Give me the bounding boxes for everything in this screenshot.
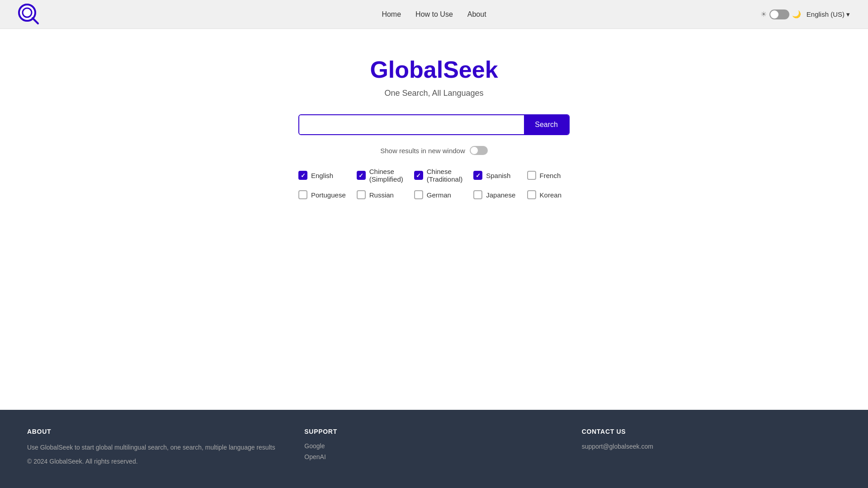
checkbox-chinese_traditional[interactable]: [414, 171, 423, 180]
lang-label-chinese_simplified: Chinese (Simplified): [369, 168, 403, 183]
checkbox-german[interactable]: [414, 190, 423, 199]
footer-support: SUPPORT GoogleOpenAI: [304, 428, 563, 470]
lang-option-german[interactable]: German: [414, 190, 462, 199]
checkbox-russian[interactable]: [357, 190, 366, 199]
checkbox-portuguese[interactable]: [298, 190, 307, 199]
footer-about: ABOUT Use GlobalSeek to start global mul…: [27, 428, 286, 470]
site-title: GlobalSeek: [370, 56, 498, 83]
nav-about[interactable]: About: [467, 10, 486, 19]
header: Home How to Use About ☀ 🌙 English (US) ▾: [0, 0, 868, 29]
footer-about-title: ABOUT: [27, 428, 286, 435]
lang-label-spanish: Spanish: [486, 172, 510, 179]
lang-option-russian[interactable]: Russian: [357, 190, 403, 199]
checkbox-spanish[interactable]: [473, 171, 482, 180]
footer: ABOUT Use GlobalSeek to start global mul…: [0, 410, 868, 488]
lang-label-korean: Korean: [540, 191, 561, 199]
lang-label-japanese: Japanese: [486, 191, 515, 199]
language-selector-label: English (US): [807, 10, 844, 18]
footer-support-title: SUPPORT: [304, 428, 563, 435]
language-selector[interactable]: English (US) ▾: [807, 10, 850, 19]
lang-option-portuguese[interactable]: Portuguese: [298, 190, 346, 199]
nav-home[interactable]: Home: [382, 10, 401, 19]
lang-option-french[interactable]: French: [527, 168, 570, 183]
main-content: GlobalSeek One Search, All Languages Sea…: [0, 29, 868, 410]
checkbox-japanese[interactable]: [473, 190, 482, 199]
lang-label-russian: Russian: [369, 191, 394, 199]
new-window-toggle-thumb: [471, 147, 478, 154]
search-button[interactable]: Search: [524, 115, 569, 134]
site-subtitle: One Search, All Languages: [384, 89, 483, 98]
lang-option-chinese_traditional[interactable]: Chinese (Traditional): [414, 168, 462, 183]
theme-toggle-thumb: [770, 10, 778, 19]
checkbox-english[interactable]: [298, 171, 307, 180]
new-window-toggle-label: Show results in new window: [380, 147, 465, 155]
lang-label-german: German: [427, 191, 451, 199]
checkbox-chinese_simplified[interactable]: [357, 171, 366, 180]
lang-option-english[interactable]: English: [298, 168, 346, 183]
moon-icon: 🌙: [792, 10, 801, 19]
theme-toggle-track[interactable]: [769, 9, 789, 19]
logo-icon: [18, 4, 40, 25]
footer-contact-title: CONTACT US: [582, 428, 841, 435]
sun-icon: ☀: [760, 10, 767, 19]
languages-grid: EnglishChinese (Simplified)Chinese (Trad…: [298, 168, 570, 199]
chevron-down-icon: ▾: [846, 10, 850, 19]
nav-how-to-use[interactable]: How to Use: [415, 10, 453, 19]
theme-toggle: ☀ 🌙: [760, 9, 801, 19]
header-right: ☀ 🌙 English (US) ▾: [760, 9, 850, 19]
lang-option-chinese_simplified[interactable]: Chinese (Simplified): [357, 168, 403, 183]
footer-contact: CONTACT US support@globalseek.com: [582, 428, 841, 470]
lang-label-french: French: [540, 172, 561, 179]
lang-option-japanese[interactable]: Japanese: [473, 190, 516, 199]
new-window-toggle[interactable]: [470, 146, 488, 155]
new-window-toggle-row: Show results in new window: [380, 146, 488, 155]
checkbox-french[interactable]: [527, 171, 536, 180]
lang-label-chinese_traditional: Chinese (Traditional): [427, 168, 462, 183]
main-nav: Home How to Use About: [382, 10, 486, 19]
search-container: Search: [298, 114, 570, 135]
footer-about-description: Use GlobalSeek to start global multiling…: [27, 442, 286, 452]
logo-area: [18, 4, 40, 25]
search-input[interactable]: [299, 115, 524, 134]
lang-label-english: English: [311, 172, 333, 179]
footer-email: support@globalseek.com: [582, 443, 653, 450]
lang-option-korean[interactable]: Korean: [527, 190, 570, 199]
lang-option-spanish[interactable]: Spanish: [473, 168, 516, 183]
checkbox-korean[interactable]: [527, 190, 536, 199]
footer-support-link-google[interactable]: Google: [304, 442, 563, 450]
lang-label-portuguese: Portuguese: [311, 191, 346, 199]
footer-support-link-openai[interactable]: OpenAI: [304, 453, 563, 460]
footer-copyright: © 2024 GlobalSeek. All rights reserved.: [27, 456, 286, 466]
